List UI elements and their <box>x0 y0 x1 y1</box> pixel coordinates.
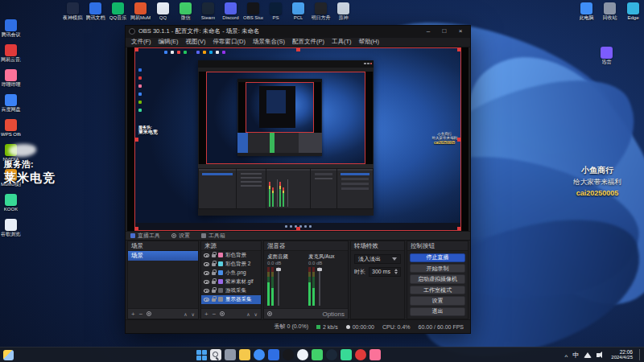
desktop-icon-discord[interactable]: Discord <box>221 2 241 21</box>
selection-handle[interactable] <box>134 227 138 231</box>
taskbar-clock[interactable]: 22:06 2024/4/25 <box>611 349 633 360</box>
visibility-icon[interactable] <box>204 253 209 257</box>
desktop-icon-genshin[interactable]: 原神 <box>333 2 353 21</box>
menu-help[interactable]: 帮助(H) <box>359 38 379 46</box>
selection-handle[interactable] <box>457 138 461 142</box>
desktop-icon-pcl[interactable]: PCL <box>288 2 308 21</box>
desktop-icon-thunder[interactable]: 迅雷 <box>597 47 617 65</box>
steam-taskbar-button[interactable] <box>326 349 337 360</box>
store-button[interactable] <box>268 349 279 360</box>
preview-display-capture-source[interactable]: 服务浩: 莱米电竞 小鱼商行 给大家带来福利 cai20250005 <box>134 47 461 231</box>
ime-indicator[interactable]: 中 <box>572 351 579 360</box>
close-button[interactable]: × <box>454 26 467 37</box>
music-taskbar-button[interactable] <box>355 349 366 360</box>
desktop-icon-baidu-pan[interactable]: 百度网盘 <box>1 94 21 113</box>
volume-slider[interactable] <box>278 267 279 306</box>
mixer-dock-title[interactable]: 混音器 <box>264 241 348 251</box>
source-gear-icon[interactable] <box>220 311 225 316</box>
controls-dock-title[interactable]: 控制按钮 <box>407 241 468 251</box>
visibility-icon[interactable] <box>204 298 209 302</box>
selection-handle[interactable] <box>457 227 461 231</box>
desktop-icon-netease-music[interactable]: 网易云音乐 <box>1 44 21 63</box>
qq-taskbar-button[interactable] <box>297 349 308 360</box>
source-item[interactable]: 彩色背景 2 <box>201 260 261 269</box>
desktop-icon-steam[interactable]: Steam <box>198 2 218 21</box>
desktop-icon-qqmusic[interactable]: QQ音乐 <box>108 2 128 21</box>
menu-scene-collection[interactable]: 场景集合(S) <box>253 38 285 46</box>
desktop-icon-docs[interactable]: 腾讯文档 <box>85 2 105 21</box>
scenes-dock-title[interactable]: 场景 <box>128 241 198 251</box>
start-recording-button[interactable]: 开始录制 <box>410 264 465 273</box>
source-item[interactable]: 小鱼.png <box>201 269 261 278</box>
visibility-icon[interactable] <box>204 262 209 266</box>
desktop-icon-this-pc[interactable]: 此电脑 <box>576 2 597 21</box>
maximize-button[interactable]: □ <box>438 26 451 37</box>
desktop-icon-qq[interactable]: QQ <box>153 2 173 21</box>
move-source-down-icon[interactable] <box>254 311 258 318</box>
obs-taskbar-button[interactable] <box>283 349 294 360</box>
desktop-icon-wps[interactable]: WPS Office <box>1 119 21 138</box>
scene-gear-icon[interactable] <box>147 311 151 316</box>
mixer-options-button[interactable]: Options <box>322 311 345 318</box>
source-item[interactable]: 游戏采集 <box>201 286 261 295</box>
visibility-icon[interactable] <box>204 280 209 284</box>
desktop-icon-arknights[interactable]: 明日方舟 <box>311 2 331 21</box>
lock-icon[interactable] <box>212 290 216 293</box>
desktop-icon-recycle-bin[interactable]: 回收站 <box>600 2 620 21</box>
desktop-icon-chrome[interactable]: 谷歌浏览器 <box>1 219 21 237</box>
weather-widget-icon[interactable] <box>3 350 14 360</box>
scene-item[interactable]: 场景 <box>128 251 198 261</box>
studio-mode-button[interactable]: 工作室模式 <box>410 286 465 294</box>
toolbar-toolbox[interactable]: 工具箱 <box>201 232 225 240</box>
transition-select[interactable]: 淡入淡出 <box>354 254 401 264</box>
desktop-icon-kook[interactable]: KOOK <box>1 194 21 212</box>
transitions-dock-title[interactable]: 转场特效 <box>351 241 404 251</box>
lock-icon[interactable] <box>212 281 216 284</box>
menu-view[interactable]: 视图(V) <box>186 38 206 46</box>
duration-spinner[interactable]: 300 ms <box>369 267 401 277</box>
network-icon[interactable] <box>584 352 592 358</box>
source-item[interactable]: 紫米素材.gif <box>201 278 261 286</box>
menu-tools[interactable]: 工具(T) <box>332 38 352 46</box>
obs-title-bar[interactable]: OBS 30.1.1 - 配置文件: 未命名 - 场景: 未命名 – □ × <box>126 26 470 38</box>
minimize-button[interactable]: – <box>422 26 435 37</box>
source-item[interactable]: 彩色背景 <box>201 251 261 260</box>
bilibili-taskbar-button[interactable] <box>369 349 381 360</box>
exit-button[interactable]: 退出 <box>410 307 465 316</box>
search-button[interactable] <box>210 349 221 360</box>
selection-handle[interactable] <box>134 138 138 142</box>
desktop-icon-mumu[interactable]: 网易MuMu <box>130 2 151 21</box>
source-item-selected[interactable]: 显示器采集 <box>201 295 261 304</box>
selection-handle[interactable] <box>296 227 300 231</box>
add-source-icon[interactable] <box>204 311 208 318</box>
lock-icon[interactable] <box>212 254 216 257</box>
spinner-arrows[interactable] <box>394 269 398 274</box>
menu-edit[interactable]: 编辑(E) <box>159 38 179 46</box>
visibility-icon[interactable] <box>204 271 209 275</box>
remove-scene-icon[interactable] <box>139 311 143 318</box>
selection-handle[interactable] <box>134 47 138 51</box>
show-desktop-button[interactable] <box>639 349 642 360</box>
lock-icon[interactable] <box>212 298 216 302</box>
desktop-icon-emulator[interactable]: 夜神模拟器 <box>63 2 83 21</box>
wechat-taskbar-button[interactable] <box>312 349 323 360</box>
toolbar-settings[interactable]: 设置 <box>171 232 190 240</box>
menu-docks[interactable]: 停靠窗口(D) <box>213 38 246 46</box>
desktop-icon-obs[interactable]: OBS Studio <box>243 2 263 21</box>
add-scene-icon[interactable] <box>131 311 135 318</box>
start-button[interactable] <box>196 350 207 360</box>
virtual-camera-button[interactable]: 启动虚拟摄像机 <box>410 274 465 283</box>
stop-streaming-button[interactable]: 停止直播 <box>410 253 465 262</box>
volume-icon[interactable] <box>597 351 606 359</box>
desktop-icon-meeting[interactable]: 腾讯会议 <box>1 19 21 38</box>
visibility-icon[interactable] <box>204 289 209 293</box>
menu-file[interactable]: 文件(F) <box>131 38 151 46</box>
desktop-icon-bilibili[interactable]: 哔哩哔哩 <box>1 69 21 88</box>
desktop-icon-ps[interactable]: PS <box>266 2 286 21</box>
file-explorer-button[interactable] <box>239 349 250 360</box>
task-view-button[interactable] <box>225 349 236 360</box>
volume-slider[interactable] <box>319 267 320 306</box>
sources-dock-title[interactable]: 来源 <box>201 241 261 251</box>
move-scene-down-icon[interactable] <box>192 311 195 318</box>
toolbar-live-tools[interactable]: 直播工具 <box>130 232 160 240</box>
